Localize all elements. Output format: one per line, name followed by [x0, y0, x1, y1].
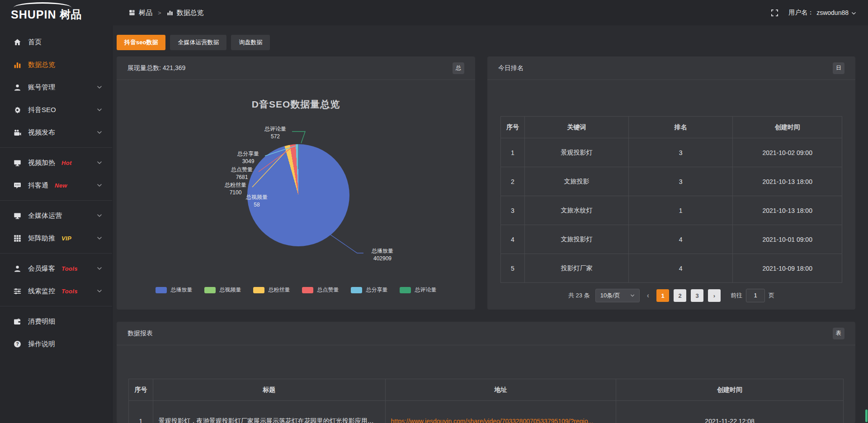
username-value: zswodun88	[816, 9, 849, 16]
chevron-down-icon	[97, 85, 102, 90]
sidebar-item-badge: New	[55, 182, 67, 189]
pie-legend: 总播放量总视频量总粉丝量总点赞量总分享量总评论量	[117, 286, 475, 294]
legend-item[interactable]: 总播放量	[156, 286, 193, 294]
sidebar-item-member-baoke[interactable]: 会员爆客Tools	[0, 257, 112, 280]
table-row: 1景观投影灯，夜游景观投影灯厂家展示展示落花灯在花园里的灯光投影应用效果 #ht…	[129, 401, 844, 423]
day-badge-button[interactable]: 日	[833, 62, 844, 74]
legend-item[interactable]: 总评论量	[400, 286, 437, 294]
topbar-right: 用户名： zswodun88	[771, 9, 868, 17]
ranking-col-header: 创建时间	[733, 117, 842, 138]
sidebar-item-consumption-detail[interactable]: 消费明细	[0, 310, 112, 333]
report-video-link[interactable]: https://www.iesdouyin.com/share/video/70…	[391, 418, 594, 423]
next-page-button[interactable]: ›	[708, 289, 721, 302]
sidebar-menu: 首页数据总览账号管理抖音SEO视频发布视频加热Hot抖客通New全媒体运营矩阵助…	[0, 25, 113, 423]
legend-item[interactable]: 总视频量	[204, 286, 241, 294]
sidebar-item-data-overview[interactable]: 数据总览	[0, 53, 112, 76]
prev-page-button[interactable]: ‹	[645, 291, 651, 300]
chevron-down-icon	[97, 213, 102, 218]
legend-swatch	[253, 287, 264, 293]
table-cell: 3	[629, 138, 733, 167]
table-cell: 2021-10-09 18:00	[733, 254, 842, 283]
tab-2[interactable]: 询盘数据	[231, 35, 270, 50]
legend-swatch	[156, 287, 167, 293]
sidebar-item-account-management[interactable]: 账号管理	[0, 76, 112, 99]
bar-chart-icon	[14, 61, 21, 69]
chevron-down-icon	[851, 11, 856, 16]
sidebar-item-video-heating[interactable]: 视频加热Hot	[0, 151, 112, 174]
sidebar-item-badge: Tools	[61, 288, 78, 295]
sidebar-item-video-publish[interactable]: 视频发布	[0, 121, 112, 144]
sidebar-divider	[0, 253, 112, 254]
app-grid-icon	[129, 9, 135, 16]
tab-0[interactable]: 抖音seo数据	[117, 35, 165, 50]
data-tabs: 抖音seo数据全媒体运营数据询盘数据	[117, 35, 270, 50]
table-cell: 2021-10-02 09:00	[733, 138, 842, 167]
table-cell: 文旅水纹灯	[524, 196, 628, 225]
table-row: 5投影灯厂家42021-10-09 18:00	[501, 254, 842, 283]
report-time-cell: 2021-11-22 12:08	[616, 401, 844, 423]
goto-label: 前往	[731, 291, 742, 300]
impressions-total: 展现量总数: 421,369	[127, 64, 185, 72]
sidebar-item-operation-guide[interactable]: ?操作说明	[0, 333, 112, 355]
gear-icon	[14, 106, 21, 114]
table-cell: 2021-10-13 18:00	[733, 196, 842, 225]
report-title-cell: 景观投影灯，夜游景观投影灯厂家展示展示落花灯在花园里的灯光投影应用效果 #	[153, 401, 385, 423]
page-size-select[interactable]: 10条/页	[595, 289, 640, 302]
sidebar-item-clue-monitor[interactable]: 线索监控Tools	[0, 280, 112, 302]
sidebar-item-badge: Tools	[61, 265, 78, 272]
page-button-1[interactable]: 1	[656, 289, 669, 302]
user-menu[interactable]: 用户名： zswodun88	[788, 9, 856, 17]
table-row: 1景观投影灯32021-10-02 09:00	[501, 138, 842, 167]
user-icon	[14, 265, 21, 273]
sidebar-item-label: 操作说明	[28, 340, 55, 348]
table-cell: 5	[501, 254, 525, 283]
pagination: 共 23 条 10条/页 ‹ 123› 前往 1 页	[487, 289, 855, 302]
legend-item[interactable]: 总粉丝量	[253, 286, 290, 294]
table-cell: 2021-10-13 18:00	[733, 167, 842, 196]
table-cell: 1	[629, 196, 733, 225]
table-cell: 1	[501, 138, 525, 167]
sidebar-item-media-operation[interactable]: 全媒体运营	[0, 204, 112, 227]
table-cell: 4	[629, 225, 733, 254]
fullscreen-icon[interactable]	[771, 9, 778, 17]
grid-icon	[14, 235, 21, 242]
chevron-down-icon	[97, 235, 102, 241]
legend-label: 总粉丝量	[269, 286, 290, 294]
goto-suffix: 页	[769, 291, 774, 300]
sidebar-item-label: 视频加热	[28, 159, 55, 167]
ranking-table: 序号关键词排名创建时间 1景观投影灯32021-10-02 09:002文旅投影…	[500, 116, 842, 283]
sidebar-item-home[interactable]: 首页	[0, 31, 112, 53]
app-logo[interactable]: SHUPIN 树品	[0, 0, 113, 25]
page-button-3[interactable]: 3	[691, 289, 703, 302]
sidebar-item-douketong[interactable]: 抖客通New	[0, 174, 112, 197]
report-col-header: 标题	[153, 379, 385, 401]
pie-label-comment: 总评论量572	[255, 125, 296, 141]
scrollbar-thumb[interactable]	[865, 409, 868, 422]
tab-1[interactable]: 全媒体运营数据	[170, 35, 226, 50]
sidebar-item-label: 数据总览	[28, 61, 55, 69]
report-col-header: 序号	[129, 379, 153, 401]
page-buttons: 123›	[656, 289, 721, 302]
sidebar-item-label: 抖音SEO	[28, 106, 56, 114]
legend-label: 总播放量	[171, 286, 193, 294]
legend-item[interactable]: 总分享量	[351, 286, 388, 294]
chevron-down-icon	[630, 293, 635, 298]
sidebar-divider	[0, 147, 112, 148]
sidebar-item-douyin-seo[interactable]: 抖音SEO	[0, 99, 112, 121]
sidebar-item-matrix-boost[interactable]: 矩阵助推VIP	[0, 227, 112, 249]
question-icon: ?	[14, 340, 21, 348]
table-cell: 2021-10-01 09:00	[733, 225, 842, 254]
table-cell: 文旅投影	[524, 167, 628, 196]
table-badge-button[interactable]: 表	[833, 328, 844, 339]
table-cell: 景观投影灯	[524, 138, 628, 167]
breadcrumb-root[interactable]: 树品	[139, 9, 152, 17]
legend-label: 总分享量	[366, 286, 388, 294]
sidebar-item-label: 全媒体运营	[28, 212, 62, 220]
total-badge-button[interactable]: 总	[453, 62, 464, 74]
chevron-down-icon	[97, 107, 102, 113]
goto-page-input[interactable]: 1	[746, 289, 765, 302]
sidebar-item-label: 矩阵助推	[28, 234, 55, 243]
legend-item[interactable]: 总点赞量	[302, 286, 339, 294]
table-cell: 4	[629, 254, 733, 283]
page-button-2[interactable]: 2	[674, 289, 686, 302]
